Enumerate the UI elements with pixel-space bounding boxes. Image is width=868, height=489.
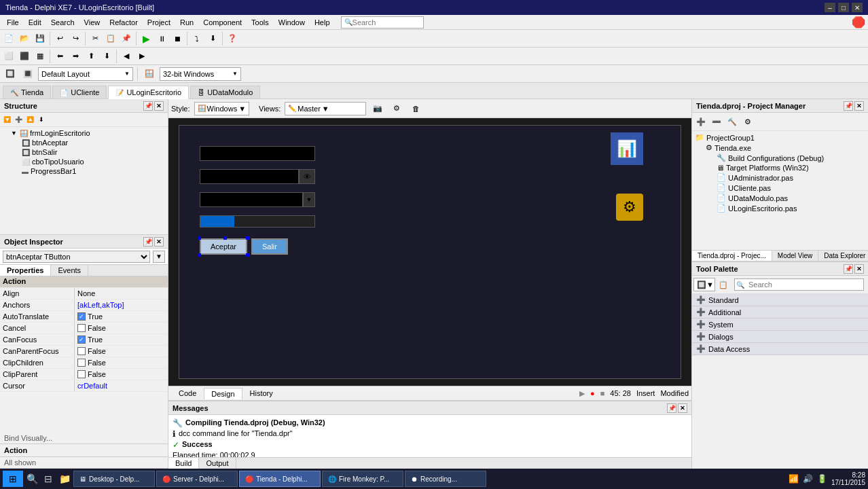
tab-ucliente[interactable]: 📄 UCliente (52, 86, 107, 98)
menu-component[interactable]: Component (199, 17, 246, 28)
proj-tb-build[interactable]: 🔨 (725, 114, 740, 129)
align-bottom-button[interactable]: ⬇ (99, 49, 114, 64)
nav-fwd-button[interactable]: ▶ (134, 49, 149, 64)
maximize-button[interactable]: □ (838, 3, 849, 12)
step-over-button[interactable]: ⤵ (189, 31, 204, 46)
step-in-button[interactable]: ⬇ (205, 31, 220, 46)
component-dropdown-arrow[interactable]: ▼ (153, 251, 165, 263)
prop-align-value[interactable]: None (75, 288, 168, 299)
messages-pin[interactable]: 📌 (667, 403, 676, 413)
tree-item-progressbar[interactable]: ▬ ProgressBar1 (0, 166, 168, 176)
username-input[interactable] (200, 146, 315, 161)
style-dropdown[interactable]: 🪟 Windows ▼ (194, 102, 250, 115)
menu-search-input[interactable] (352, 18, 420, 26)
handle-tl[interactable] (198, 236, 201, 240)
proj-tab-manager[interactable]: Tienda.dproj - Projec... (692, 251, 772, 261)
taskbar-task-view[interactable]: ⊟ (41, 471, 56, 486)
menu-search[interactable]: Search (47, 17, 79, 28)
tab-code[interactable]: Code (171, 387, 204, 399)
redo-button[interactable]: ↪ (68, 31, 83, 46)
btnsalir-button[interactable]: Salir (251, 238, 288, 255)
struct-tb1[interactable]: 🔽 (1, 114, 12, 125)
menu-tools[interactable]: Tools (247, 17, 273, 28)
username-field[interactable] (200, 146, 660, 161)
tab-uloginescritorio[interactable]: 📝 ULoginEscritorio (108, 86, 189, 99)
tool-palette-pin[interactable]: 📌 (844, 264, 853, 274)
cut-button[interactable]: ✂ (88, 31, 103, 46)
design-tb-btn2[interactable]: ⚙ (389, 101, 404, 116)
obj-inspector-close[interactable]: ✕ (154, 237, 164, 247)
prop-clipchildren-value[interactable]: False (75, 357, 168, 368)
proj-tab-data[interactable]: Data Explorer (818, 251, 868, 261)
new-button[interactable]: 📄 (1, 31, 16, 46)
prop-anchors-value[interactable]: [akLeft,akTop] (75, 300, 168, 310)
tool-dropdown-btn[interactable]: 🔲▼ (693, 278, 715, 291)
tree-item-form[interactable]: ▼ 🪟 frmLoginEscritorio (0, 128, 168, 138)
menu-search-box[interactable]: 🔍 (341, 16, 424, 29)
minimize-button[interactable]: – (825, 3, 835, 12)
tab-tienda[interactable]: 🔨 Tienda (3, 86, 51, 98)
proj-tb-options[interactable]: ⚙ (740, 114, 755, 129)
prop-cursor-value[interactable]: crDefault (75, 380, 168, 391)
layout-tb-btn3[interactable]: ▦ (33, 49, 48, 64)
msg-tab-build[interactable]: Build (168, 458, 199, 469)
tool-search-box[interactable]: 🔍 (734, 278, 864, 291)
handle-bl[interactable] (198, 253, 201, 257)
messages-close[interactable]: ✕ (678, 403, 687, 413)
close-button[interactable]: ✕ (852, 3, 863, 12)
btnaceptar-button[interactable]: Aceptar (200, 238, 247, 255)
section-additional-header[interactable]: ➕ Additional (692, 306, 868, 318)
tree-expand-form[interactable]: ▼ (11, 130, 18, 137)
obj-inspector-pin[interactable]: 📌 (143, 237, 153, 247)
align-left-button[interactable]: ⬅ (52, 49, 67, 64)
save-button[interactable]: 💾 (33, 31, 48, 46)
component-dropdown[interactable]: btnAceptar TButton (3, 251, 150, 263)
prop-canparentfocus-value[interactable]: False (75, 346, 168, 357)
menu-edit[interactable]: Edit (24, 17, 46, 28)
proj-pin[interactable]: 📌 (844, 101, 853, 111)
tree-item-btnaceptar[interactable]: 🔲 btnAceptar (0, 138, 168, 147)
taskbar-search-btn[interactable]: 🔍 (24, 471, 39, 486)
run-button[interactable]: ▶ (139, 31, 153, 46)
layout-dropdown[interactable]: Default Layout ▼ (38, 67, 133, 81)
menu-run[interactable]: Run (176, 17, 198, 28)
align-top-button[interactable]: ⬆ (84, 49, 98, 64)
design-tb-btn1[interactable]: 📷 (370, 101, 385, 116)
bind-visually-link[interactable]: Bind Visually... (0, 433, 168, 444)
menu-project[interactable]: Project (143, 17, 175, 28)
design-canvas[interactable]: 👁 ▼ (168, 118, 691, 386)
menu-file[interactable]: File (3, 17, 23, 28)
section-system-header[interactable]: ➕ System (692, 319, 868, 330)
tab-events[interactable]: Events (51, 265, 88, 276)
proj-close[interactable]: ✕ (854, 101, 864, 111)
tree-item-cbotipousuario[interactable]: ⬜ cboTipoUsuario (0, 157, 168, 166)
paste-button[interactable]: 📌 (119, 31, 134, 46)
layout-icon-btn2[interactable]: 🔳 (20, 67, 35, 82)
password-input[interactable] (200, 169, 299, 184)
section-standard-header[interactable]: ➕ Standard (692, 294, 868, 306)
taskbar-file-btn[interactable]: 📁 (57, 471, 72, 486)
structure-close[interactable]: ✕ (154, 101, 164, 111)
handle-br[interactable] (246, 253, 249, 257)
open-button[interactable]: 📂 (17, 31, 32, 46)
tool-search-input[interactable] (746, 280, 863, 289)
prop-canfocus-value[interactable]: ✓ True (75, 334, 168, 345)
menu-refactor[interactable]: Refactor (105, 17, 142, 28)
taskbar-recording[interactable]: ⏺ Recording... (405, 471, 486, 487)
proj-item-ulogin[interactable]: 📄 ULoginEscritorio.pas (692, 203, 868, 213)
stop-button-icon[interactable]: 🛑 (852, 16, 865, 29)
combo-input[interactable] (200, 192, 303, 207)
taskbar-chrome[interactable]: 🌐 Fire Monkey: P... (322, 471, 403, 487)
align-right-button[interactable]: ➡ (68, 49, 83, 64)
platforms-icon[interactable]: 🪟 (142, 67, 157, 82)
tab-history[interactable]: History (242, 387, 281, 399)
handle-tc[interactable] (223, 236, 227, 240)
proj-item-exe[interactable]: ⚙ Tienda.exe (692, 143, 868, 153)
prop-cancel-value[interactable]: False (75, 323, 168, 333)
tool-palette-close[interactable]: ✕ (854, 264, 864, 274)
layout-icon-btn[interactable]: 🔲 (3, 67, 18, 82)
proj-tab-model[interactable]: Model View (772, 251, 819, 261)
tab-design[interactable]: Design (204, 388, 242, 399)
msg-tab-output[interactable]: Output (199, 458, 236, 469)
tool-tb-btn1[interactable]: 📋 (716, 277, 731, 292)
